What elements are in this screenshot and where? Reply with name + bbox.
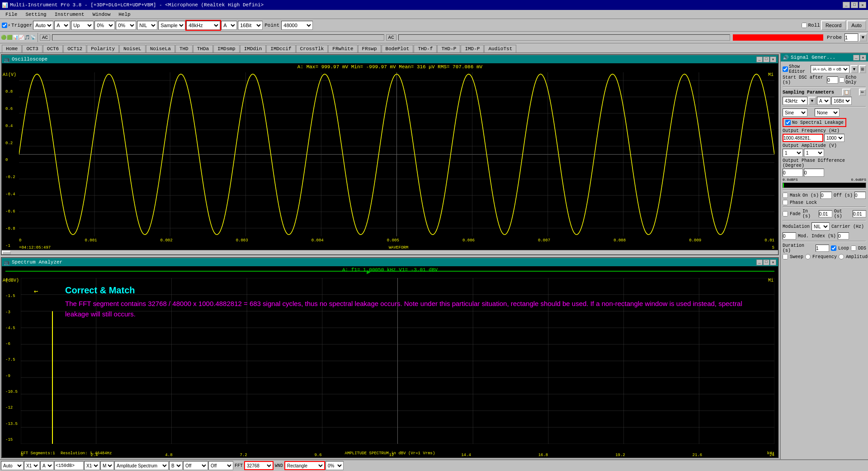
spec-btn-max[interactable]: □ (763, 259, 769, 265)
mask-on-input[interactable] (821, 192, 832, 199)
bt-fft-val-select[interactable]: 32768 (244, 461, 274, 470)
sig-gen-btn-min[interactable]: _ (853, 55, 859, 61)
close-button[interactable]: ✕ (859, 2, 866, 8)
tab-polarity[interactable]: Polarity (87, 45, 119, 52)
pct2-select[interactable]: 0% (116, 21, 136, 30)
output-phase-input[interactable] (783, 169, 803, 177)
show-editor-btn2[interactable]: ⊞ (859, 65, 866, 73)
output-freq-input[interactable] (783, 134, 823, 142)
bt-x1-select[interactable]: X1 (24, 461, 40, 470)
sg-bit-select[interactable]: 16Bit (831, 97, 852, 105)
bt-db-display[interactable]: <150dB> (54, 461, 84, 470)
tab-frwhite[interactable]: FRwhite (328, 45, 357, 52)
trigger-checkbox[interactable] (2, 23, 7, 28)
minimize-button[interactable]: _ (843, 2, 850, 8)
probe-value[interactable] (844, 33, 858, 42)
spec-btn-min[interactable]: _ (756, 259, 763, 265)
mask-checkbox[interactable] (783, 193, 788, 198)
menu-setting[interactable]: Setting (22, 11, 50, 18)
osc-scrollbar[interactable] (2, 250, 778, 254)
bt-a-select[interactable]: A (40, 461, 54, 470)
carrier-input[interactable] (783, 232, 796, 240)
tab-audiotst[interactable]: AudioTst (484, 45, 516, 52)
dds-checkbox[interactable] (851, 245, 856, 251)
sample-rate-select[interactable]: 43kHz (783, 97, 807, 105)
output-freq-select[interactable]: 1000 (824, 134, 844, 142)
tab-noisel[interactable]: NoiseL (119, 45, 146, 52)
filter-select[interactable]: None (815, 108, 840, 117)
output-amp-select2[interactable]: 1 (804, 149, 824, 157)
trigger-select[interactable]: Auto (33, 21, 53, 30)
fade-out-input[interactable] (853, 210, 866, 217)
sampling-btn1[interactable]: 📋 (842, 89, 851, 96)
tab-thd-p[interactable]: THD-P (437, 45, 460, 52)
sample-rate-btn[interactable]: ▼ (808, 97, 816, 105)
duration-input[interactable] (816, 245, 829, 252)
mod-type-select[interactable]: NIL (811, 222, 830, 231)
maximize-button[interactable]: □ (851, 2, 858, 8)
bt-amp-spectrum-select[interactable]: Amplitude Spectrum (114, 461, 169, 470)
menu-file[interactable]: File (2, 11, 21, 18)
tab-imddin[interactable]: IMDdin (240, 45, 266, 52)
sweep-freq-radio[interactable] (805, 254, 811, 259)
spec-btn-close[interactable]: ✕ (770, 259, 776, 265)
auto-button[interactable]: Auto (847, 20, 866, 30)
phase-lock-checkbox[interactable] (783, 200, 788, 205)
tab-thd[interactable]: THD (175, 45, 193, 52)
fade-in-input[interactable] (819, 210, 832, 217)
tab-imdccif[interactable]: IMDccif (266, 45, 295, 52)
bt-off1-select[interactable]: Off (183, 461, 208, 470)
pct1-select[interactable]: 0% (94, 21, 115, 30)
waveform-select[interactable]: Sine (783, 108, 807, 117)
bt-rectangle-select[interactable]: Rectangle (284, 461, 325, 470)
osc-btn-min[interactable]: _ (756, 57, 763, 62)
freq-select[interactable]: 48kHz (186, 21, 220, 30)
mask-off-input[interactable] (854, 192, 866, 199)
tab-home[interactable]: Home (2, 45, 22, 52)
ch-b-select[interactable]: A (221, 21, 237, 30)
tab-noisela[interactable]: NoiseLa (146, 45, 175, 52)
output-amp-select[interactable]: 1 (783, 149, 803, 157)
bt-b-select[interactable]: B (169, 461, 183, 470)
ch-a-select[interactable]: A (54, 21, 70, 30)
nil-select[interactable]: NIL (137, 21, 157, 30)
fade-checkbox[interactable] (783, 211, 788, 217)
menu-instrument[interactable]: Instrument (51, 11, 88, 18)
sweep-amp-radio[interactable] (839, 254, 844, 259)
sg-ch-select[interactable]: A (817, 97, 830, 105)
start-dsc-input[interactable] (827, 76, 838, 84)
sampling-btn2[interactable]: ✏ (859, 89, 866, 96)
tab-thd-f[interactable]: THD-f (414, 45, 437, 52)
record-button[interactable]: Record (821, 20, 846, 30)
menu-window[interactable]: Window (89, 11, 114, 18)
sample-select[interactable]: Sample (158, 21, 185, 30)
show-editor-select[interactable]: iA = oA, iB = oB (811, 65, 849, 73)
bit-select[interactable]: 16Bit (238, 21, 263, 30)
output-phase-input2[interactable] (804, 169, 824, 177)
tab-crosstlk[interactable]: CrossTlk (296, 45, 328, 52)
bt-m-select[interactable]: M (100, 461, 114, 470)
bt-auto-select[interactable]: Auto (1, 461, 24, 470)
tab-bodeplot[interactable]: BodePlot (382, 45, 414, 52)
mod-index-input[interactable] (838, 232, 849, 240)
show-editor-btn1[interactable]: ▼ (850, 65, 858, 73)
probe-dropdown[interactable]: ▼ (859, 33, 867, 42)
tab-oct6[interactable]: OCT6 (43, 45, 63, 52)
bt-off2-select[interactable]: Off (208, 461, 233, 470)
tab-imd-p[interactable]: IMD-P (461, 45, 484, 52)
osc-btn-close[interactable]: ✕ (770, 57, 776, 62)
show-editor-checkbox[interactable] (783, 66, 788, 72)
bt-x10-select[interactable]: X10 (84, 461, 100, 470)
sweep-checkbox[interactable] (783, 254, 788, 259)
no-spectral-leakage-checkbox[interactable] (785, 120, 791, 125)
sig-gen-btn-close[interactable]: ✕ (860, 55, 866, 61)
echo-only-checkbox[interactable] (839, 77, 844, 83)
tab-thda[interactable]: THDa (193, 45, 213, 52)
menu-help[interactable]: Help (115, 11, 134, 18)
osc-btn-max[interactable]: □ (763, 57, 769, 62)
loop-checkbox[interactable] (831, 245, 836, 251)
tab-oct12[interactable]: OCT12 (63, 45, 86, 52)
tab-oct3[interactable]: OCT3 (22, 45, 42, 52)
roll-checkbox[interactable] (802, 23, 807, 28)
up-select[interactable]: Up (71, 21, 94, 30)
